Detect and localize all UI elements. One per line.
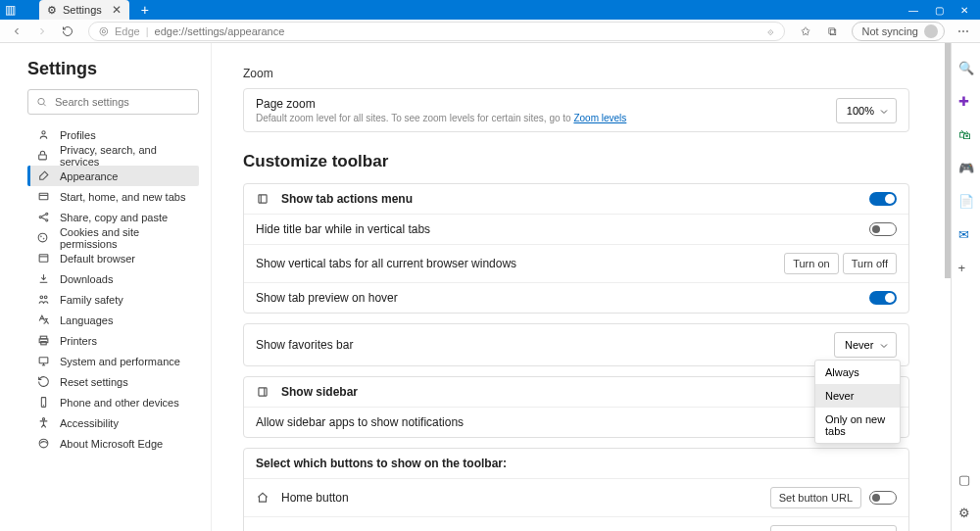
share-icon	[36, 211, 50, 223]
url-text: edge://settings/appearance	[155, 25, 285, 37]
sidebar-item-system[interactable]: System and performance	[27, 351, 199, 371]
profile-sync-pill[interactable]: Not syncing	[852, 22, 945, 41]
home-button-label: Home button	[281, 491, 349, 505]
sync-label: Not syncing	[862, 25, 918, 37]
edge-logo-icon: ◎	[99, 24, 109, 37]
svg-point-12	[41, 236, 42, 237]
dropdown-option-only-new-tabs[interactable]: Only on new tabs	[815, 408, 900, 443]
svg-point-7	[45, 213, 47, 215]
back-button[interactable]	[8, 23, 25, 40]
favorites-toolbar-icon[interactable]: ✩	[797, 23, 814, 40]
phone-icon	[36, 396, 50, 409]
hide-titlebar-label: Hide title bar while in vertical tabs	[256, 222, 430, 236]
close-tab-icon[interactable]: ✕	[112, 3, 122, 17]
search-icon	[36, 96, 47, 108]
dropdown-option-always[interactable]: Always	[815, 361, 900, 384]
close-window-icon[interactable]: ✕	[958, 5, 970, 16]
hide-titlebar-toggle[interactable]	[869, 222, 897, 236]
shopping-sidebar-icon[interactable]: 🛍	[958, 127, 974, 143]
app-menu-icon[interactable]: ▥	[0, 3, 20, 17]
sidebar-item-printers[interactable]: Printers	[27, 330, 199, 351]
printer-icon	[36, 334, 50, 347]
select-buttons-label: Select which buttons to show on the tool…	[256, 457, 507, 470]
search-sidebar-icon[interactable]: 🔍	[958, 61, 974, 76]
sidebar-item-family[interactable]: Family safety	[27, 289, 199, 310]
sidebar-item-start[interactable]: Start, home, and new tabs	[27, 186, 199, 207]
set-button-url-button[interactable]: Set button URL	[770, 487, 861, 508]
settings-sidebar-icon[interactable]: ⚙	[958, 506, 974, 521]
sidebar-item-languages[interactable]: Languages	[27, 310, 199, 330]
svg-line-10	[41, 217, 45, 219]
svg-point-11	[39, 233, 48, 242]
svg-point-2	[41, 131, 44, 134]
svg-point-13	[44, 238, 45, 239]
edge-icon	[36, 437, 50, 450]
settings-content: Zoom Page zoom Default zoom level for al…	[212, 43, 937, 531]
zoom-levels-link[interactable]: Zoom levels	[573, 113, 626, 123]
download-icon	[36, 272, 50, 285]
chevron-down-icon	[878, 340, 890, 354]
edge-sidebar: 🔍 ✚ 🛍 🎮 📄 ✉ + ▢ ⚙	[951, 43, 980, 531]
customize-toolbar-heading: Customize toolbar	[243, 152, 909, 171]
scrollbar[interactable]	[945, 43, 951, 278]
outlook-sidebar-icon[interactable]: ✉	[958, 227, 974, 243]
more-menu-icon[interactable]: ⋯	[955, 23, 972, 40]
family-icon	[36, 293, 50, 306]
turn-on-button[interactable]: Turn on	[784, 253, 839, 274]
home-button-toggle[interactable]	[869, 491, 897, 505]
collections-icon[interactable]: ⧉	[824, 23, 842, 40]
page-zoom-label: Page zoom	[256, 97, 626, 111]
person-icon	[36, 128, 50, 141]
svg-point-8	[45, 219, 47, 221]
search-input[interactable]	[55, 96, 190, 108]
sidebar-item-reset[interactable]: Reset settings	[27, 371, 199, 392]
favorites-bar-label: Show favorites bar	[256, 338, 353, 352]
svg-point-6	[39, 216, 41, 217]
svg-rect-32	[259, 388, 267, 396]
show-sidebar-label: Show sidebar	[281, 385, 358, 399]
sidebar-item-phone[interactable]: Phone and other devices	[27, 392, 199, 412]
minimize-icon[interactable]: —	[907, 5, 919, 16]
maximize-icon[interactable]: ▢	[933, 5, 945, 16]
sidebar-item-accessibility[interactable]: Accessibility	[27, 412, 199, 433]
search-box[interactable]	[27, 89, 199, 115]
sidebar-item-profiles[interactable]: Profiles	[27, 124, 199, 145]
svg-rect-23	[39, 358, 48, 363]
dropdown-option-never[interactable]: Never	[815, 384, 900, 408]
svg-point-17	[39, 296, 42, 299]
reader-icon[interactable]: ⟐	[767, 25, 774, 37]
new-tab-button[interactable]: +	[135, 2, 155, 18]
refresh-button[interactable]	[59, 23, 76, 40]
language-icon	[36, 314, 50, 326]
forward-button-select[interactable]: Show automatically	[770, 525, 897, 531]
accessibility-icon	[36, 416, 50, 429]
sidebar-item-share[interactable]: Share, copy and paste	[27, 207, 199, 227]
favorites-bar-select[interactable]: Never	[834, 332, 897, 358]
allow-sidebar-apps-label: Allow sidebar apps to show notifications	[256, 415, 464, 429]
page-zoom-select[interactable]: 100%	[836, 98, 897, 123]
svg-point-18	[44, 296, 47, 299]
sidebar-item-default-browser[interactable]: Default browser	[27, 248, 199, 268]
tab-actions-toggle[interactable]	[869, 192, 897, 206]
address-bar[interactable]: ◎ Edge | edge://settings/appearance ⟐	[88, 22, 785, 41]
sidebar-item-appearance[interactable]: Appearance	[27, 166, 199, 186]
svg-rect-4	[39, 193, 48, 200]
vertical-tabs-label: Show vertical tabs for all current brows…	[256, 257, 516, 270]
turn-off-button[interactable]: Turn off	[843, 253, 897, 274]
sidebar-item-cookies[interactable]: Cookies and site permissions	[27, 227, 199, 248]
games-sidebar-icon[interactable]: 🎮	[958, 161, 974, 176]
settings-sidebar: Settings Profiles Privacy, search, and s…	[0, 43, 211, 531]
forward-button-toolbar[interactable]	[33, 23, 51, 40]
collapse-sidebar-icon[interactable]: ▢	[958, 472, 974, 488]
sidebar-item-downloads[interactable]: Downloads	[27, 268, 199, 289]
office-sidebar-icon[interactable]: 📄	[958, 194, 974, 210]
tab-actions-icon	[256, 192, 270, 206]
sidebar-item-privacy[interactable]: Privacy, search, and services	[27, 145, 199, 166]
page-title: Settings	[27, 59, 199, 79]
plus-sidebar-icon[interactable]: +	[958, 261, 974, 276]
sidebar-item-about[interactable]: About Microsoft Edge	[27, 433, 199, 454]
zoom-heading: Zoom	[243, 67, 909, 80]
browser-tab[interactable]: ⚙ Settings ✕	[39, 0, 129, 20]
tools-sidebar-icon[interactable]: ✚	[958, 94, 974, 110]
tab-preview-toggle[interactable]	[869, 291, 897, 305]
